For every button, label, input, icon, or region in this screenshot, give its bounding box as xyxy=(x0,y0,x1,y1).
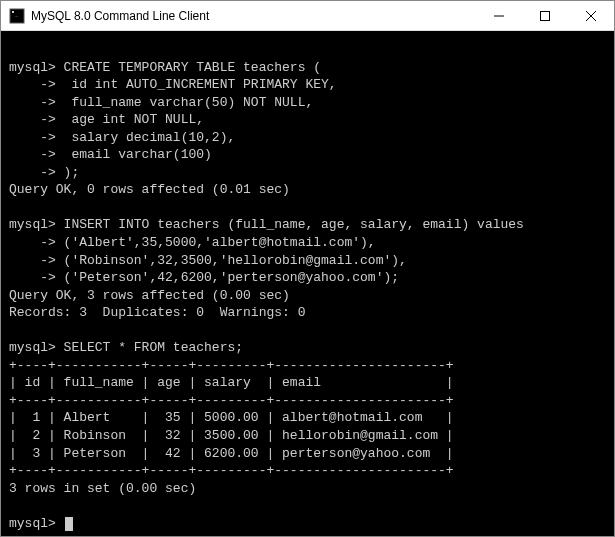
window-title: MySQL 8.0 Command Line Client xyxy=(31,9,476,23)
svg-rect-4 xyxy=(541,11,550,20)
maximize-button[interactable] xyxy=(522,1,568,30)
terminal-line: mysql> CREATE TEMPORARY TABLE teachers ( xyxy=(9,60,321,75)
terminal-line: | 1 | Albert | 35 | 5000.00 | albert@hot… xyxy=(9,410,454,425)
terminal-line: -> ('Albert',35,5000,'albert@hotmail.com… xyxy=(9,235,376,250)
terminal-line: +----+-----------+-----+---------+------… xyxy=(9,358,454,373)
window-titlebar: _ MySQL 8.0 Command Line Client xyxy=(1,1,614,31)
terminal-line: -> ('Peterson',42,6200,'perterson@yahoo.… xyxy=(9,270,399,285)
terminal-line: | 2 | Robinson | 32 | 3500.00 | hellorob… xyxy=(9,428,454,443)
app-icon: _ xyxy=(9,8,25,24)
terminal-line: +----+-----------+-----+---------+------… xyxy=(9,393,454,408)
terminal-line: -> full_name varchar(50) NOT NULL, xyxy=(9,95,313,110)
terminal-line: 3 rows in set (0.00 sec) xyxy=(9,481,196,496)
cursor-icon xyxy=(65,517,73,531)
terminal-line: -> id int AUTO_INCREMENT PRIMARY KEY, xyxy=(9,77,337,92)
close-button[interactable] xyxy=(568,1,614,30)
terminal-line: mysql> INSERT INTO teachers (full_name, … xyxy=(9,217,524,232)
terminal-line: Query OK, 3 rows affected (0.00 sec) xyxy=(9,288,290,303)
minimize-button[interactable] xyxy=(476,1,522,30)
svg-rect-1 xyxy=(12,11,14,13)
terminal-line: -> ); xyxy=(9,165,79,180)
terminal-line: mysql> SELECT * FROM teachers; xyxy=(9,340,243,355)
terminal-line: Records: 3 Duplicates: 0 Warnings: 0 xyxy=(9,305,305,320)
terminal-line: | id | full_name | age | salary | email … xyxy=(9,375,454,390)
terminal-line: -> salary decimal(10,2), xyxy=(9,130,235,145)
terminal-output[interactable]: mysql> CREATE TEMPORARY TABLE teachers (… xyxy=(1,31,614,536)
terminal-prompt: mysql> xyxy=(9,516,64,531)
terminal-line: -> ('Robinson',32,3500,'hellorobin@gmail… xyxy=(9,253,407,268)
terminal-line: +----+-----------+-----+---------+------… xyxy=(9,463,454,478)
terminal-line: | 3 | Peterson | 42 | 6200.00 | perterso… xyxy=(9,446,454,461)
terminal-line: -> email varchar(100) xyxy=(9,147,212,162)
window-controls xyxy=(476,1,614,30)
terminal-line: -> age int NOT NULL, xyxy=(9,112,204,127)
terminal-line: Query OK, 0 rows affected (0.01 sec) xyxy=(9,182,290,197)
